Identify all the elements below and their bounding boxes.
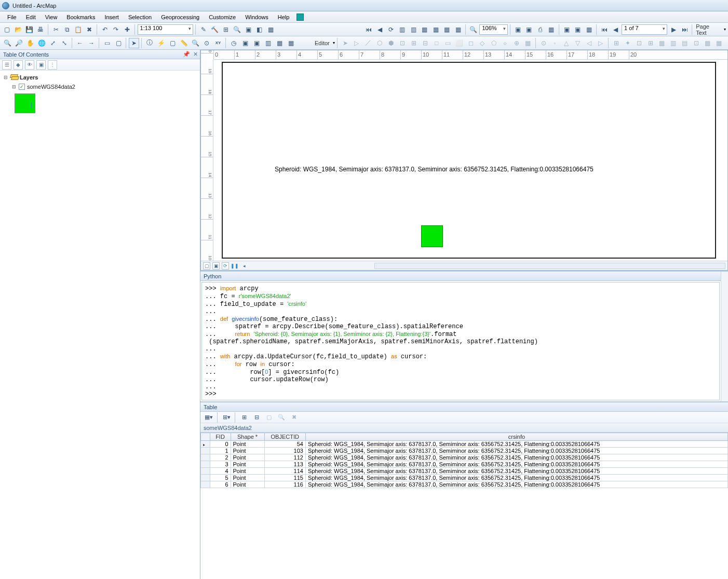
table-row[interactable]: 6Point116Spheroid: WGS_1984, Semimajor a… [201, 481, 728, 488]
edit-tool-19[interactable]: △ [561, 38, 572, 48]
edit-tool-18[interactable]: ◦ [550, 38, 560, 48]
edit-tool-24[interactable]: ✦ [623, 38, 633, 48]
undo-button[interactable]: ↶ [100, 24, 110, 35]
zoom-in-button[interactable]: 🔍 [2, 38, 12, 48]
scale-input[interactable]: 1:13 100 [138, 24, 194, 35]
edit-tool-29[interactable]: ▤ [680, 38, 690, 48]
menu-windows[interactable]: Windows [241, 13, 273, 21]
edit-tool-26[interactable]: ⊞ [645, 38, 656, 48]
map-feature-symbol[interactable] [421, 225, 443, 247]
menu-file[interactable]: File [3, 13, 21, 21]
full-extent-button[interactable]: 🌐 [36, 38, 47, 48]
edit-tool-23[interactable]: ⊞ [611, 38, 622, 48]
new-doc-button[interactable]: ▢ [2, 24, 12, 35]
list-by-selection-button[interactable]: ▣ [36, 60, 46, 70]
edit-tool-20[interactable]: ▽ [573, 38, 583, 48]
table-row[interactable]: 1Point103Spheroid: WGS_1984, Semimajor a… [201, 448, 728, 454]
layout-btn-1[interactable]: ▣ [513, 24, 523, 35]
horizontal-scrollbar[interactable] [374, 263, 725, 269]
edit-tool-16[interactable]: ▦ [523, 38, 533, 48]
select-by-attributes-button[interactable]: ⊞ [239, 412, 249, 423]
edit-tool-32[interactable]: ▦ [714, 38, 724, 48]
ddp-button-3[interactable]: ▦ [420, 24, 430, 35]
edit-tool-8[interactable]: □ [432, 38, 442, 48]
scroll-left-button[interactable]: ◂ [240, 262, 248, 270]
zoom-out-pct-button[interactable]: 🔍 [468, 24, 479, 35]
find-route-button[interactable]: ⊙ [201, 38, 212, 48]
edit-tool-button[interactable]: ➤ [340, 38, 350, 48]
page-first-button[interactable]: ⏮ [599, 24, 610, 35]
menu-customize[interactable]: Customize [205, 13, 240, 21]
edit-tool-28[interactable]: ▥ [668, 38, 679, 48]
refresh-view-button[interactable]: ⟳ [222, 262, 229, 270]
related-tables-button[interactable]: ⊞▾ [221, 412, 232, 423]
arcgis-help-icon[interactable] [296, 14, 304, 21]
edit-tool-13[interactable]: ⬠ [489, 38, 499, 48]
tool-btn-a[interactable]: ▥ [263, 38, 273, 48]
table-options-button[interactable]: ▦▾ [204, 412, 214, 423]
measure-button[interactable]: 📏 [179, 38, 189, 48]
editor-toolbar-button[interactable]: ✎ [198, 24, 209, 35]
layer-name[interactable]: someWGS84data2 [27, 84, 75, 90]
layout-btn-7[interactable]: ▦ [584, 24, 595, 35]
edit-tool-1[interactable]: ▷ [352, 38, 362, 48]
select-features-button[interactable]: ▭ [102, 38, 112, 48]
catalog-button[interactable]: ⊞ [221, 24, 231, 35]
menu-view[interactable]: View [41, 13, 62, 21]
collapse-icon[interactable]: ⊟ [3, 75, 8, 80]
attribute-table[interactable]: FIDShape *OBJECTIDcrsinfo 0Point54Sphero… [200, 433, 728, 488]
ddp-button-1[interactable]: ▥ [397, 24, 408, 35]
ddp-button-6[interactable]: ▦ [453, 24, 463, 35]
page-last-button[interactable]: ⏭ [680, 24, 690, 35]
layout-view[interactable]: 01234567891011121314151617181920 1011121… [200, 50, 728, 271]
edit-tool-2[interactable]: ／ [363, 38, 373, 48]
table-row[interactable]: 5Point115Spheroid: WGS_1984, Semimajor a… [201, 475, 728, 481]
list-by-visibility-button[interactable]: 👁 [25, 60, 34, 70]
zoom-out-button[interactable]: 🔎 [14, 38, 24, 48]
column-header[interactable]: OBJECTID [264, 433, 305, 441]
redo-button[interactable]: ↷ [111, 24, 122, 35]
list-by-source-button[interactable]: ◆ [14, 60, 23, 70]
edit-tool-7[interactable]: ⊟ [420, 38, 430, 48]
edit-tool-11[interactable]: ◻ [466, 38, 476, 48]
delete-button[interactable]: ✖ [85, 24, 95, 35]
edit-tool-31[interactable]: ▦ [703, 38, 713, 48]
open-button[interactable]: 📂 [14, 24, 24, 35]
list-by-drawing-order-button[interactable]: ☰ [2, 60, 11, 70]
switch-selection-button[interactable]: ⊟ [251, 412, 262, 423]
menu-bookmarks[interactable]: Bookmarks [62, 13, 99, 21]
map-text-element[interactable]: Spheroid: WGS_1984, Semimajor axis: 6378… [275, 166, 594, 173]
delete-selected-button[interactable]: ✖ [289, 412, 299, 423]
layout-btn-5[interactable]: ▣ [562, 24, 572, 35]
viewer-button[interactable]: ▣ [240, 38, 250, 48]
zoom-selected-button[interactable]: 🔍 [276, 412, 287, 423]
layout-view-button[interactable]: ▣ [212, 262, 220, 270]
data-view-button[interactable]: ▢ [203, 262, 210, 270]
table-row[interactable]: 0Point54Spheroid: WGS_1984, Semimajor ax… [201, 441, 728, 448]
column-header[interactable]: Shape * [231, 433, 264, 441]
print-button[interactable]: 🖶 [36, 24, 46, 35]
html-popup-button[interactable]: ▢ [167, 38, 178, 48]
toc-close-icon[interactable]: ✕ [193, 51, 198, 58]
fixed-zoom-out-button[interactable]: ⤡ [59, 38, 70, 48]
time-slider-button[interactable]: ◷ [228, 38, 239, 48]
menu-insert[interactable]: Insert [100, 13, 123, 21]
toc-pin-icon[interactable]: 📌 [183, 51, 190, 58]
layout-btn-4[interactable]: ▦ [546, 24, 557, 35]
edit-tool-14[interactable]: ⟐ [500, 38, 510, 48]
next-extent-button[interactable]: → [86, 38, 97, 48]
clear-selection-button[interactable]: ▢ [113, 38, 124, 48]
model-builder-button[interactable]: ◧ [254, 24, 265, 35]
prev-extent-button[interactable]: ← [75, 38, 85, 48]
editor-dropdown[interactable]: Editor [314, 40, 332, 46]
edit-tool-10[interactable]: ⬜ [454, 38, 465, 48]
menu-help[interactable]: Help [274, 13, 294, 21]
edit-tool-3[interactable]: ⬡ [374, 38, 385, 48]
column-header[interactable]: FID [210, 433, 231, 441]
pan-button[interactable]: ✋ [25, 38, 35, 48]
add-data-button[interactable]: ✚ [122, 24, 132, 35]
ddp-button-4[interactable]: ▦ [430, 24, 441, 35]
copy-button[interactable]: ⧉ [62, 24, 73, 35]
find-button[interactable]: 🔍 [190, 38, 200, 48]
edit-tool-6[interactable]: ⊞ [409, 38, 419, 48]
